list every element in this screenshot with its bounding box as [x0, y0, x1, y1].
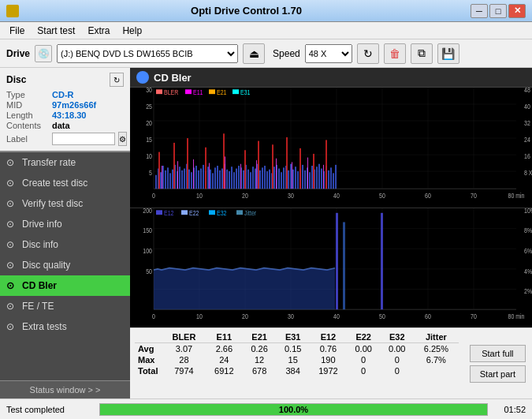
sidebar-bottom: [0, 337, 130, 380]
type-value: CD-R: [52, 90, 74, 99]
sidebar-item-cd-bler[interactable]: ⊙ CD Bler: [0, 275, 130, 296]
svg-rect-121: [173, 143, 175, 189]
maximize-button[interactable]: □: [489, 4, 507, 18]
svg-rect-120: [158, 152, 160, 189]
svg-rect-96: [281, 172, 282, 189]
sidebar-item-disc-quality[interactable]: ⊙ Disc quality: [0, 255, 130, 275]
svg-text:10: 10: [196, 192, 203, 200]
sidebar-icon-verify-test-disc: ⊙: [6, 198, 17, 209]
svg-text:4%: 4%: [524, 267, 532, 275]
svg-rect-77: [236, 169, 237, 189]
sidebar-item-create-test-disc[interactable]: ⊙ Create test disc: [0, 173, 130, 193]
copy-button[interactable]: ⧉: [411, 43, 433, 64]
svg-rect-70: [219, 170, 221, 189]
close-button[interactable]: ✕: [508, 4, 526, 18]
svg-text:20: 20: [146, 119, 152, 127]
sidebar-item-extra-tests[interactable]: ⊙ Extra tests: [0, 316, 130, 337]
svg-text:E21: E21: [217, 89, 226, 97]
refresh-button[interactable]: ↻: [357, 43, 379, 64]
svg-text:80 min: 80 min: [508, 312, 525, 320]
sidebar-icon-create-test-disc: ⊙: [6, 178, 17, 189]
svg-rect-129: [299, 148, 301, 189]
svg-text:10: 10: [196, 312, 203, 320]
svg-rect-43: [155, 175, 157, 189]
menu-help[interactable]: Help: [116, 24, 148, 38]
progress-bar-wrapper: 100.0%: [99, 403, 488, 416]
svg-rect-106: [304, 170, 306, 189]
menubar: File Start test Extra Help: [0, 22, 532, 39]
svg-rect-89: [264, 166, 266, 189]
chart-title-bar: CD Bler: [130, 68, 532, 88]
total-e22: 0: [347, 365, 381, 376]
label-settings-button[interactable]: ⚙: [118, 132, 127, 146]
speed-select[interactable]: 48 X: [305, 44, 352, 63]
charts-area: 30 25 20 15 10 5 0 10 20 30 40 50 60 70 …: [130, 88, 532, 327]
drive-select[interactable]: (J:) BENQ DVD LS DW1655 BCIB: [57, 44, 238, 63]
sidebar-item-verify-test-disc[interactable]: ⊙ Verify test disc: [0, 193, 130, 214]
svg-rect-141: [307, 158, 308, 189]
status-window-button[interactable]: Status window > >: [0, 380, 130, 398]
drive-icon: 💿: [35, 45, 52, 62]
svg-rect-125: [244, 150, 246, 189]
save-button[interactable]: 💾: [437, 43, 459, 64]
svg-text:15: 15: [146, 136, 152, 144]
max-e22: 0: [347, 354, 381, 365]
svg-rect-48: [167, 167, 169, 189]
menu-file[interactable]: File: [3, 24, 31, 38]
max-e21: 12: [243, 354, 277, 365]
label-input[interactable]: [52, 133, 115, 145]
sidebar-icon-disc-info: ⊙: [6, 239, 17, 250]
svg-text:0: 0: [152, 192, 155, 200]
sidebar-item-drive-info[interactable]: ⊙ Drive info: [0, 214, 130, 234]
status-text: Test completed: [6, 405, 93, 414]
svg-rect-88: [262, 167, 263, 189]
elapsed-time: 01:52: [494, 405, 526, 414]
length-value: 43:18.30: [52, 110, 86, 120]
eject-button[interactable]: ⏏: [243, 43, 265, 64]
svg-rect-61: [198, 170, 199, 189]
svg-rect-105: [302, 165, 303, 189]
svg-rect-85: [255, 169, 256, 189]
sidebar-item-fe-te[interactable]: ⊙ FE / TE: [0, 296, 130, 316]
sidebar-item-transfer-rate[interactable]: ⊙ Transfer rate: [0, 152, 130, 173]
svg-rect-178: [209, 210, 215, 215]
minimize-button[interactable]: ─: [471, 4, 488, 18]
svg-text:5: 5: [149, 169, 152, 177]
svg-rect-99: [288, 170, 289, 189]
start-full-button[interactable]: Start full: [470, 345, 526, 362]
svg-text:70: 70: [471, 192, 477, 200]
svg-text:32 X: 32 X: [524, 119, 532, 127]
svg-rect-127: [272, 144, 273, 189]
svg-text:40 X: 40 X: [524, 103, 532, 110]
svg-text:E31: E31: [240, 89, 250, 97]
chart-title: CD Bler: [154, 72, 192, 84]
svg-rect-76: [233, 172, 235, 189]
total-bler: 7974: [162, 365, 206, 376]
label-label: Label: [6, 134, 52, 144]
avg-bler: 3.07: [162, 343, 206, 355]
erase-button[interactable]: 🗑: [384, 43, 406, 64]
stats-table: BLER E11 E21 E31 E12 E22 E32 Jitter Avg: [135, 331, 459, 376]
svg-rect-118: [333, 173, 334, 189]
svg-text:BLER: BLER: [164, 89, 179, 97]
svg-rect-122: [187, 138, 188, 189]
sidebar-item-disc-info[interactable]: ⊙ Disc info: [0, 234, 130, 255]
menu-extra[interactable]: Extra: [81, 24, 116, 38]
speed-label: Speed: [273, 48, 300, 59]
svg-text:50: 50: [146, 267, 152, 275]
app-icon: [6, 5, 19, 17]
svg-text:Jitter: Jitter: [244, 209, 257, 217]
col-header-e21: E21: [243, 331, 277, 343]
menu-start-test[interactable]: Start test: [31, 24, 81, 38]
svg-marker-182: [154, 267, 335, 309]
svg-rect-136: [225, 156, 225, 189]
bottom-chart-svg: 200 150 100 50 0 10 20 30 40 50 60 70 80…: [130, 208, 532, 328]
svg-text:150: 150: [143, 226, 152, 234]
disc-refresh-button[interactable]: ↻: [110, 73, 124, 87]
stats-row-total: Total 7974 6912 678 384 1972 0 0: [135, 365, 459, 376]
svg-rect-47: [165, 170, 166, 189]
col-header-empty: [135, 331, 162, 343]
start-part-button[interactable]: Start part: [470, 365, 526, 383]
sidebar-icon-fe-te: ⊙: [6, 301, 17, 312]
svg-text:E11: E11: [193, 89, 203, 97]
